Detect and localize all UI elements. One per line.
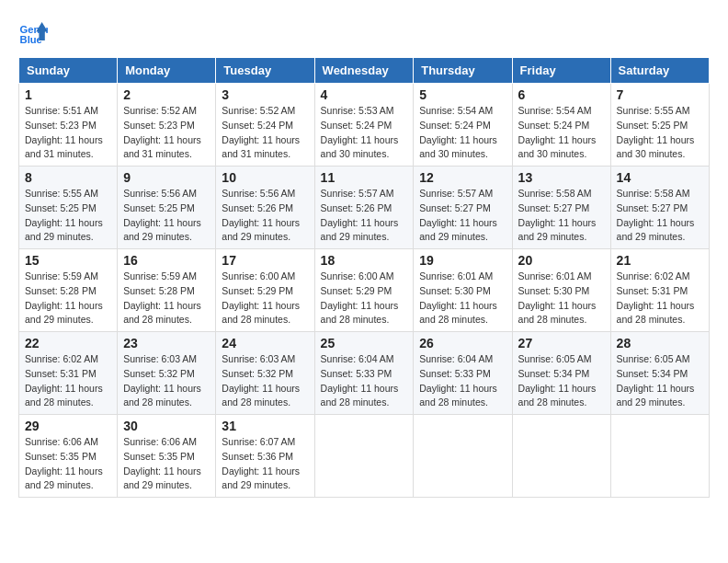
day-number: 13 <box>518 170 605 185</box>
day-info: Sunrise: 5:51 AMSunset: 5:23 PMDaylight:… <box>25 104 111 162</box>
day-number: 8 <box>25 170 111 185</box>
weekday-header-friday: Friday <box>512 58 610 84</box>
day-number: 28 <box>617 336 703 350</box>
day-info: Sunrise: 6:04 AMSunset: 5:33 PMDaylight:… <box>419 352 506 410</box>
week-row-5: 29Sunrise: 6:06 AMSunset: 5:35 PMDayligh… <box>19 415 710 498</box>
day-info: Sunrise: 6:05 AMSunset: 5:34 PMDaylight:… <box>518 352 605 410</box>
day-info: Sunrise: 5:52 AMSunset: 5:23 PMDaylight:… <box>123 104 210 162</box>
day-info: Sunrise: 5:54 AMSunset: 5:24 PMDaylight:… <box>419 104 506 162</box>
day-info: Sunrise: 6:06 AMSunset: 5:35 PMDaylight:… <box>123 435 210 493</box>
day-number: 1 <box>25 87 111 102</box>
day-info: Sunrise: 6:04 AMSunset: 5:33 PMDaylight:… <box>321 352 408 410</box>
calendar-cell: 12Sunrise: 5:57 AMSunset: 5:27 PMDayligh… <box>414 167 512 249</box>
day-number: 18 <box>321 253 408 268</box>
calendar-cell <box>414 415 512 498</box>
day-number: 12 <box>419 170 506 185</box>
day-number: 22 <box>25 336 111 350</box>
weekday-header-thursday: Thursday <box>414 58 512 84</box>
week-row-1: 1Sunrise: 5:51 AMSunset: 5:23 PMDaylight… <box>19 84 710 167</box>
calendar-cell: 4Sunrise: 5:53 AMSunset: 5:24 PMDaylight… <box>314 84 414 167</box>
calendar-cell: 30Sunrise: 6:06 AMSunset: 5:35 PMDayligh… <box>118 415 216 498</box>
day-number: 9 <box>123 170 210 185</box>
day-number: 20 <box>518 253 605 268</box>
calendar-cell: 15Sunrise: 5:59 AMSunset: 5:28 PMDayligh… <box>19 249 118 332</box>
calendar-table: SundayMondayTuesdayWednesdayThursdayFrid… <box>18 57 710 498</box>
logo-icon: General Blue <box>18 18 48 48</box>
day-info: Sunrise: 6:03 AMSunset: 5:32 PMDaylight:… <box>222 352 308 410</box>
day-info: Sunrise: 5:58 AMSunset: 5:27 PMDaylight:… <box>518 187 605 245</box>
day-info: Sunrise: 5:58 AMSunset: 5:27 PMDaylight:… <box>617 187 703 245</box>
calendar-cell: 19Sunrise: 6:01 AMSunset: 5:30 PMDayligh… <box>414 249 512 332</box>
weekday-header-sunday: Sunday <box>19 58 118 84</box>
weekday-header-wednesday: Wednesday <box>314 58 414 84</box>
day-number: 21 <box>617 253 703 268</box>
day-info: Sunrise: 5:55 AMSunset: 5:25 PMDaylight:… <box>617 104 703 162</box>
calendar-cell: 29Sunrise: 6:06 AMSunset: 5:35 PMDayligh… <box>19 415 118 498</box>
day-info: Sunrise: 5:52 AMSunset: 5:24 PMDaylight:… <box>222 104 308 162</box>
calendar-cell: 28Sunrise: 6:05 AMSunset: 5:34 PMDayligh… <box>610 332 709 415</box>
day-number: 7 <box>617 87 703 102</box>
day-info: Sunrise: 5:56 AMSunset: 5:26 PMDaylight:… <box>222 187 308 245</box>
calendar-cell: 24Sunrise: 6:03 AMSunset: 5:32 PMDayligh… <box>216 332 314 415</box>
calendar-cell: 18Sunrise: 6:00 AMSunset: 5:29 PMDayligh… <box>314 249 414 332</box>
day-number: 31 <box>222 419 308 433</box>
calendar-cell: 21Sunrise: 6:02 AMSunset: 5:31 PMDayligh… <box>610 249 709 332</box>
day-info: Sunrise: 6:06 AMSunset: 5:35 PMDaylight:… <box>25 435 111 493</box>
day-number: 19 <box>419 253 506 268</box>
day-info: Sunrise: 5:54 AMSunset: 5:24 PMDaylight:… <box>518 104 605 162</box>
calendar-cell: 14Sunrise: 5:58 AMSunset: 5:27 PMDayligh… <box>610 167 709 249</box>
day-number: 2 <box>123 87 210 102</box>
calendar-cell: 20Sunrise: 6:01 AMSunset: 5:30 PMDayligh… <box>512 249 610 332</box>
day-number: 15 <box>25 253 111 268</box>
calendar-cell <box>610 415 709 498</box>
day-number: 6 <box>518 87 605 102</box>
calendar-cell: 2Sunrise: 5:52 AMSunset: 5:23 PMDaylight… <box>118 84 216 167</box>
weekday-header-row: SundayMondayTuesdayWednesdayThursdayFrid… <box>19 58 710 84</box>
calendar-cell: 5Sunrise: 5:54 AMSunset: 5:24 PMDaylight… <box>414 84 512 167</box>
day-number: 25 <box>321 336 408 350</box>
day-number: 27 <box>518 336 605 350</box>
day-info: Sunrise: 6:02 AMSunset: 5:31 PMDaylight:… <box>617 270 703 327</box>
weekday-header-monday: Monday <box>118 58 216 84</box>
header: General Blue <box>18 18 710 48</box>
week-row-4: 22Sunrise: 6:02 AMSunset: 5:31 PMDayligh… <box>19 332 710 415</box>
weekday-header-tuesday: Tuesday <box>216 58 314 84</box>
day-info: Sunrise: 6:07 AMSunset: 5:36 PMDaylight:… <box>222 435 308 493</box>
day-number: 29 <box>25 419 111 433</box>
svg-text:Blue: Blue <box>20 34 42 45</box>
calendar-cell: 7Sunrise: 5:55 AMSunset: 5:25 PMDaylight… <box>610 84 709 167</box>
day-number: 10 <box>222 170 308 185</box>
calendar-cell: 16Sunrise: 5:59 AMSunset: 5:28 PMDayligh… <box>118 249 216 332</box>
calendar-cell: 13Sunrise: 5:58 AMSunset: 5:27 PMDayligh… <box>512 167 610 249</box>
day-number: 17 <box>222 253 308 268</box>
day-number: 4 <box>321 87 408 102</box>
day-info: Sunrise: 6:02 AMSunset: 5:31 PMDaylight:… <box>25 352 111 410</box>
day-number: 23 <box>123 336 210 350</box>
day-info: Sunrise: 5:59 AMSunset: 5:28 PMDaylight:… <box>123 270 210 327</box>
calendar-cell: 23Sunrise: 6:03 AMSunset: 5:32 PMDayligh… <box>118 332 216 415</box>
calendar-cell: 3Sunrise: 5:52 AMSunset: 5:24 PMDaylight… <box>216 84 314 167</box>
calendar-cell: 17Sunrise: 6:00 AMSunset: 5:29 PMDayligh… <box>216 249 314 332</box>
day-info: Sunrise: 6:01 AMSunset: 5:30 PMDaylight:… <box>518 270 605 327</box>
day-number: 26 <box>419 336 506 350</box>
calendar-cell: 26Sunrise: 6:04 AMSunset: 5:33 PMDayligh… <box>414 332 512 415</box>
day-info: Sunrise: 5:57 AMSunset: 5:26 PMDaylight:… <box>321 187 408 245</box>
day-info: Sunrise: 5:57 AMSunset: 5:27 PMDaylight:… <box>419 187 506 245</box>
calendar-cell: 1Sunrise: 5:51 AMSunset: 5:23 PMDaylight… <box>19 84 118 167</box>
day-number: 14 <box>617 170 703 185</box>
weekday-header-saturday: Saturday <box>610 58 709 84</box>
calendar-cell: 31Sunrise: 6:07 AMSunset: 5:36 PMDayligh… <box>216 415 314 498</box>
day-info: Sunrise: 6:01 AMSunset: 5:30 PMDaylight:… <box>419 270 506 327</box>
calendar-cell: 10Sunrise: 5:56 AMSunset: 5:26 PMDayligh… <box>216 167 314 249</box>
day-number: 3 <box>222 87 308 102</box>
day-number: 24 <box>222 336 308 350</box>
calendar-cell: 27Sunrise: 6:05 AMSunset: 5:34 PMDayligh… <box>512 332 610 415</box>
day-info: Sunrise: 5:55 AMSunset: 5:25 PMDaylight:… <box>25 187 111 245</box>
day-info: Sunrise: 5:53 AMSunset: 5:24 PMDaylight:… <box>321 104 408 162</box>
day-info: Sunrise: 5:59 AMSunset: 5:28 PMDaylight:… <box>25 270 111 327</box>
calendar-cell: 22Sunrise: 6:02 AMSunset: 5:31 PMDayligh… <box>19 332 118 415</box>
calendar-cell: 8Sunrise: 5:55 AMSunset: 5:25 PMDaylight… <box>19 167 118 249</box>
day-number: 5 <box>419 87 506 102</box>
day-number: 30 <box>123 419 210 433</box>
week-row-2: 8Sunrise: 5:55 AMSunset: 5:25 PMDaylight… <box>19 167 710 249</box>
